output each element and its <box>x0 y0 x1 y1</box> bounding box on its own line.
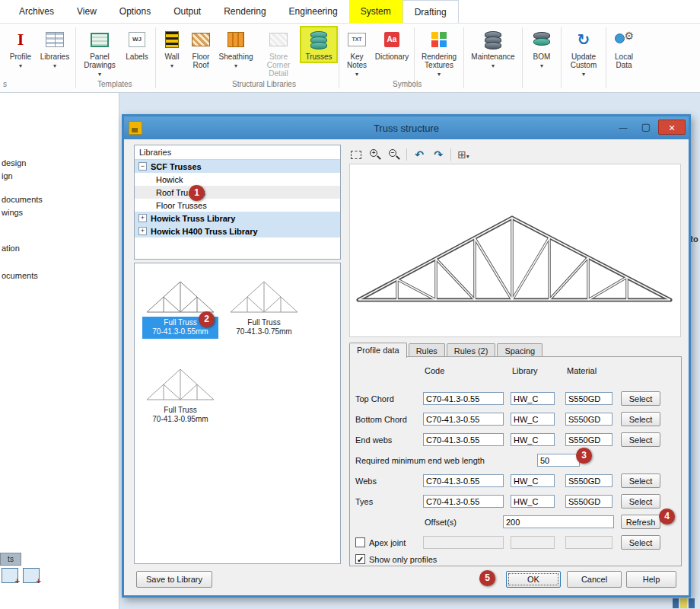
menu-archives[interactable]: Archives <box>8 0 65 23</box>
end-webs-code-input[interactable] <box>423 433 504 446</box>
webs-select-button[interactable]: Select <box>621 473 660 488</box>
expand-icon[interactable] <box>138 214 147 222</box>
menu-output[interactable]: Output <box>162 0 212 23</box>
ribbon-button-local-data[interactable]: Local Data <box>609 27 639 70</box>
minimize-button[interactable] <box>612 120 634 135</box>
bottom-chord-material-input[interactable] <box>565 413 612 426</box>
ribbon-button-bom[interactable]: BOM <box>525 27 558 71</box>
tree-item-howick[interactable]: Howick <box>135 173 340 186</box>
thumbnail-full-truss-095[interactable]: Full Truss 70-41.3-0.95mm <box>142 359 218 426</box>
ribbon-button-update-custom[interactable]: Update Custom <box>564 27 603 79</box>
truss-preview-canvas[interactable] <box>349 164 681 337</box>
ribbon-group-label: s <box>3 80 7 88</box>
sidebar-item[interactable]: ocuments <box>2 271 38 280</box>
ribbon-button-wall[interactable]: Wall <box>158 27 186 71</box>
top-chord-select-button[interactable]: Select <box>621 391 660 406</box>
collapse-icon[interactable] <box>138 162 147 171</box>
tab-rules-2[interactable]: Rules (2) <box>447 343 496 357</box>
tree-item-floor-trusses[interactable]: Floor Trusses <box>135 199 340 212</box>
add-panel-icon[interactable]: + <box>2 568 18 583</box>
tyes-select-button[interactable]: Select <box>621 494 660 509</box>
tyes-material-input[interactable] <box>565 495 612 508</box>
webs-code-input[interactable] <box>423 474 504 487</box>
dictionary-icon: Aa <box>384 32 399 47</box>
sidebar-item[interactable]: ation <box>2 244 20 253</box>
sidebar-item[interactable]: wings <box>2 208 23 217</box>
show-only-profiles-checkbox[interactable] <box>355 554 365 564</box>
add-grid-icon[interactable]: + <box>23 568 40 583</box>
ribbon-button-trusses[interactable]: Trusses <box>301 27 336 62</box>
ribbon-button-profile[interactable]: I Profile <box>5 27 37 71</box>
cancel-button[interactable]: Cancel <box>567 571 622 588</box>
ribbon-button-labels[interactable]: WJ Labels <box>121 27 153 62</box>
zoom-window-button[interactable] <box>349 148 363 161</box>
apex-select-button[interactable]: Select <box>621 535 660 550</box>
ribbon-button-panel-drawings[interactable]: Panel Drawings <box>78 27 121 79</box>
sidebar-item[interactable]: ign <box>2 171 13 180</box>
menu-engineering[interactable]: Engineering <box>278 0 349 23</box>
ribbon-button-sheathing[interactable]: Sheathing <box>216 27 256 71</box>
save-to-library-button[interactable]: Save to Library <box>136 571 212 588</box>
view-options-button[interactable] <box>457 148 470 161</box>
tyes-code-input[interactable] <box>423 495 504 508</box>
menu-options[interactable]: Options <box>108 0 162 23</box>
menu-rendering[interactable]: Rendering <box>212 0 277 23</box>
dropdown-arrow-icon <box>540 61 543 70</box>
ribbon-button-dictionary[interactable]: Aa Dictionary <box>372 27 412 62</box>
ribbon-button-rendering-textures[interactable]: Rendering Textures <box>417 27 461 79</box>
rotate-right-button[interactable] <box>431 148 445 161</box>
tab-rules[interactable]: Rules <box>409 343 445 357</box>
maximize-button[interactable] <box>635 120 657 135</box>
thumbnail-full-truss-055[interactable]: Full Truss 70-41.3-0.55mm <box>142 271 218 339</box>
help-button[interactable]: Help <box>626 571 676 588</box>
bottom-chord-select-button[interactable]: Select <box>621 412 660 426</box>
tree-item-roof-trusses[interactable]: Roof Trusses <box>135 186 340 199</box>
bottom-chord-code-input[interactable] <box>423 413 504 426</box>
top-chord-library-input[interactable] <box>511 392 555 405</box>
tab-spacing[interactable]: Spacing <box>497 343 542 357</box>
zoom-in-button[interactable] <box>368 148 382 161</box>
end-webs-library-input[interactable] <box>511 433 555 446</box>
tree-item-howick-h400-truss-library[interactable]: Howick H400 Truss Library <box>135 225 340 238</box>
tyes-library-input[interactable] <box>511 495 555 508</box>
apex-material-input <box>565 536 612 549</box>
menu-drafting[interactable]: Drafting <box>402 0 459 23</box>
rotate-left-button[interactable] <box>412 148 426 161</box>
dropdown-arrow-icon <box>234 61 237 70</box>
tree-item-howick-truss-library[interactable]: Howick Truss Library <box>135 212 340 225</box>
ribbon-button-floor-roof[interactable]: Floor Roof <box>186 27 216 70</box>
offsets-input[interactable] <box>503 515 614 528</box>
webs-library-input[interactable] <box>511 474 555 487</box>
min-end-web-length-input[interactable] <box>537 454 580 467</box>
row-label-webs: Webs <box>355 477 377 486</box>
dialog-titlebar[interactable]: Truss structure <box>124 116 689 139</box>
annotation-step-4: 4 <box>659 509 675 525</box>
ribbon-group-label: Templates <box>97 80 132 88</box>
webs-material-input[interactable] <box>565 474 612 487</box>
sidebar-item[interactable]: design <box>2 158 26 167</box>
top-chord-code-input[interactable] <box>423 392 504 405</box>
end-webs-select-button[interactable]: Select <box>621 432 660 447</box>
ribbon-button-maintenance[interactable]: Maintenance <box>466 27 520 71</box>
ribbon-button-key-notes[interactable]: TXT Key Notes <box>342 27 372 79</box>
zoom-out-button[interactable] <box>387 148 401 161</box>
zoom-out-icon <box>388 148 400 161</box>
sidebar-bottom-tab[interactable]: ts <box>0 553 21 566</box>
menu-system[interactable]: System <box>349 0 402 23</box>
close-button[interactable] <box>658 120 686 135</box>
tab-profile-data[interactable]: Profile data <box>349 343 407 358</box>
ribbon-button-libraries[interactable]: Libraries <box>37 27 73 71</box>
menu-view[interactable]: View <box>65 0 108 23</box>
end-webs-material-input[interactable] <box>565 433 612 446</box>
tree-item-scf-trusses[interactable]: SCF Trusses <box>135 160 340 173</box>
ribbon-separator <box>155 27 156 88</box>
expand-icon[interactable] <box>138 227 147 235</box>
row-label-tyes: Tyes <box>355 497 373 506</box>
ok-button[interactable]: OK <box>506 571 561 588</box>
refresh-button[interactable]: Refresh <box>621 515 660 529</box>
sidebar-item[interactable]: documents <box>2 195 43 204</box>
top-chord-material-input[interactable] <box>565 392 612 405</box>
apex-joint-checkbox[interactable] <box>355 537 365 547</box>
bottom-chord-library-input[interactable] <box>511 413 555 426</box>
thumbnail-full-truss-075[interactable]: Full Truss 70-41.3-0.75mm <box>226 271 302 339</box>
